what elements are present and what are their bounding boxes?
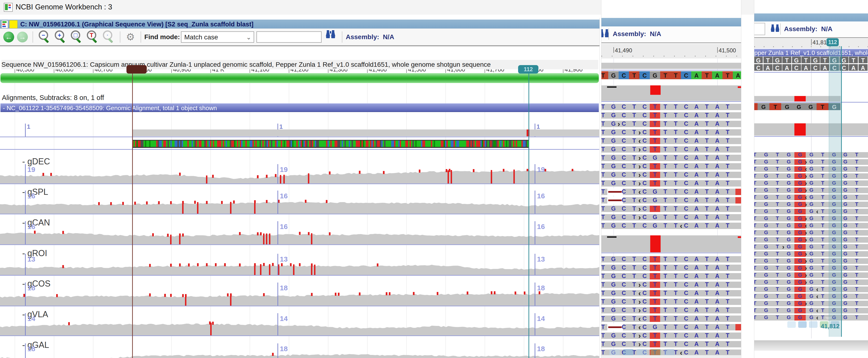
base-letter: T bbox=[650, 340, 660, 347]
base-letter: T bbox=[660, 256, 671, 262]
base-letter: T bbox=[702, 112, 712, 119]
overlay-toolbar-icon bbox=[809, 321, 817, 328]
horizontal-scrollbar[interactable] bbox=[754, 340, 868, 351]
base-letter: C bbox=[640, 205, 650, 212]
tile-seam bbox=[25, 164, 26, 184]
ruler-tick bbox=[717, 47, 718, 53]
base-letter: C bbox=[681, 273, 691, 280]
tile-seam bbox=[277, 283, 278, 306]
teal-marker-tag[interactable]: 112 bbox=[518, 65, 538, 73]
base-letter: C bbox=[681, 171, 691, 178]
gridline bbox=[93, 77, 93, 358]
base-letter: T bbox=[817, 166, 828, 172]
base-letter: T bbox=[671, 256, 681, 262]
maroon-marker-tag[interactable] bbox=[126, 65, 147, 73]
base-letter: T bbox=[702, 264, 712, 271]
base-letter: G bbox=[761, 166, 772, 172]
base-letter: T bbox=[601, 256, 608, 262]
base-letter: T bbox=[702, 154, 712, 161]
tile-seam bbox=[277, 164, 278, 184]
base-letter: T bbox=[660, 180, 671, 187]
gridline bbox=[524, 77, 524, 358]
base-letter: G bbox=[828, 222, 840, 229]
pileup-edge bbox=[132, 147, 528, 148]
base-letter: T bbox=[817, 286, 828, 292]
base-letter: C bbox=[681, 298, 691, 305]
tile-seam bbox=[25, 344, 26, 358]
base-letter: C bbox=[681, 349, 691, 356]
base-letter: T bbox=[754, 314, 761, 321]
base-letter: G bbox=[795, 152, 806, 158]
alignment-track-header[interactable]: - NC_061122.1-35457496-35458509: Genomic… bbox=[0, 103, 599, 112]
base-letter: T bbox=[660, 188, 671, 195]
base-letter: G bbox=[608, 214, 619, 221]
base-letter: T bbox=[671, 298, 681, 305]
teal-marker-tag[interactable]: 112 bbox=[827, 38, 839, 46]
strand-base: C bbox=[830, 65, 839, 71]
strand-base: A bbox=[820, 65, 829, 71]
separator-line bbox=[601, 70, 741, 70]
base-letter: G bbox=[608, 340, 619, 347]
base-letter: T bbox=[722, 103, 733, 110]
base-letter: G bbox=[761, 236, 772, 243]
strand-base: G bbox=[805, 104, 816, 110]
base-letter: G bbox=[806, 201, 817, 207]
base-letter: T bbox=[660, 340, 671, 347]
sequence-bar[interactable] bbox=[0, 73, 599, 83]
base-letter: G bbox=[840, 180, 851, 186]
coverage-black-dash bbox=[607, 236, 617, 238]
strand-base: C bbox=[773, 65, 782, 71]
base-letter: G bbox=[761, 187, 772, 193]
base-letter: T bbox=[660, 214, 671, 221]
base-letter: T bbox=[851, 159, 862, 165]
base-letter: T bbox=[650, 137, 660, 144]
base-letter: T bbox=[671, 146, 681, 153]
base-letter: T bbox=[650, 281, 660, 288]
base-letter: T bbox=[702, 273, 712, 280]
base-letter: T bbox=[772, 300, 783, 306]
base-letter: G bbox=[783, 279, 795, 285]
ruler-label: 41,490 bbox=[615, 47, 632, 54]
consensus-base: C bbox=[619, 72, 629, 79]
base-letter: T bbox=[650, 205, 660, 212]
sequence-title-bar[interactable]: pper Zunla 1 Ref_v1.0 scaffold1651, whol… bbox=[754, 49, 868, 56]
base-letter: T bbox=[851, 251, 862, 257]
base-letter: G bbox=[840, 258, 851, 264]
track-label[interactable]: - gDEC bbox=[22, 157, 50, 166]
base-letter: T bbox=[601, 171, 608, 178]
teal-marker-line[interactable] bbox=[528, 65, 529, 358]
base-letter: A bbox=[691, 349, 702, 356]
base-letter: A bbox=[691, 298, 702, 305]
base-letter: G bbox=[828, 286, 840, 292]
base-letter: C bbox=[640, 273, 650, 280]
read-end-mismatch bbox=[735, 197, 741, 203]
base-letter: T bbox=[722, 137, 733, 144]
base-letter: A bbox=[712, 281, 722, 288]
base-letter: T bbox=[722, 273, 733, 280]
tile-seam bbox=[535, 283, 535, 306]
base-letter: G bbox=[783, 222, 795, 229]
base-letter: C bbox=[619, 256, 629, 262]
track-scale-value: 18 bbox=[537, 345, 545, 353]
base-letter: T bbox=[722, 188, 733, 195]
base-letter: T bbox=[671, 112, 681, 119]
base-letter: T bbox=[754, 236, 761, 243]
base-letter: T bbox=[754, 208, 761, 215]
base-letter: C bbox=[619, 163, 629, 169]
base-letter: C bbox=[681, 180, 691, 187]
base-letter: G bbox=[761, 215, 772, 222]
maroon-marker-line[interactable] bbox=[132, 65, 133, 358]
base-letter: T bbox=[650, 290, 660, 296]
base-letter: T bbox=[851, 307, 862, 314]
base-letter: G bbox=[608, 137, 619, 144]
base-letter: G bbox=[608, 298, 619, 305]
base-letter: G bbox=[806, 222, 817, 229]
base-letter: G bbox=[840, 307, 851, 314]
alignment-detail-canvas[interactable]: 41,49041,500TGCT›CGTTCATATATGCTCTTTCATAT… bbox=[601, 0, 741, 358]
alignment-detail-canvas[interactable]: 41,810112pper Zunla 1 Ref_v1.0 scaffold1… bbox=[754, 0, 868, 358]
base-letter: C bbox=[640, 180, 650, 187]
base-letter: T bbox=[629, 103, 640, 110]
base-letter: G bbox=[840, 152, 851, 158]
base-letter: T bbox=[722, 112, 733, 119]
strand-base: G bbox=[781, 104, 793, 110]
